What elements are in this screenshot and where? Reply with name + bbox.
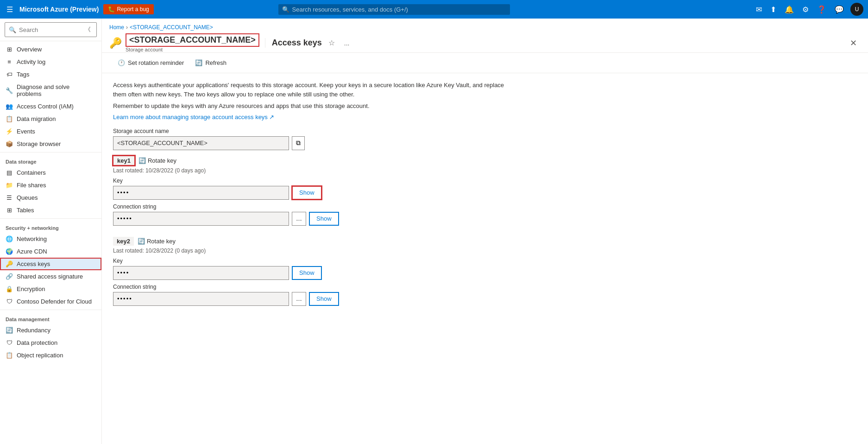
feedback-icon[interactable]: 💬 <box>833 4 846 15</box>
key1-key-label: Key <box>113 178 508 184</box>
topbar: ☰ Microsoft Azure (Preview) 🐛 Report a b… <box>0 0 868 19</box>
storage-account-name-wrap: ⧉ <box>113 136 508 150</box>
sidebar-search-container[interactable]: 🔍 《 <box>5 22 97 37</box>
key1-connection-label: Connection string <box>113 203 508 210</box>
key1-connection-ellipsis-button[interactable]: … <box>292 212 306 226</box>
sidebar-item-object-replication[interactable]: 📋 Object replication <box>0 349 101 362</box>
sidebar-item-shared-access[interactable]: 🔗 Shared access signature <box>0 270 101 283</box>
key2-key-input[interactable] <box>113 266 289 280</box>
sidebar-item-redundancy[interactable]: 🔄 Redundancy <box>0 324 101 336</box>
settings-icon[interactable]: ⚙ <box>800 4 811 15</box>
key2-key-label: Key <box>113 258 508 264</box>
report-bug-button[interactable]: 🐛 Report a bug <box>103 4 153 14</box>
key1-last-rotated: Last rotated: 10/28/2022 (0 days ago) <box>113 167 508 174</box>
sidebar-item-encryption[interactable]: 🔒 Encryption <box>0 283 101 295</box>
storage-browser-icon: 📦 <box>6 140 13 147</box>
sidebar-item-azure-cdn[interactable]: 🌍 Azure CDN <box>0 245 101 258</box>
search-icon: 🔍 <box>282 6 289 13</box>
key2-rotate-icon: 🔄 <box>138 238 145 245</box>
learn-more-link[interactable]: Learn more about managing storage accoun… <box>113 114 274 121</box>
page-title: Access keys <box>265 38 322 48</box>
refresh-button[interactable]: 🔄 Refresh <box>190 57 231 69</box>
key2-connection-input[interactable] <box>113 292 289 306</box>
global-search-bar[interactable]: 🔍 <box>278 4 510 15</box>
close-button[interactable]: ✕ <box>846 37 861 49</box>
breadcrumb-home[interactable]: Home <box>109 24 124 31</box>
sidebar-item-defender[interactable]: 🛡 Contoso Defender for Cloud <box>0 295 101 308</box>
cloud-upload-icon[interactable]: ⬆ <box>768 4 778 15</box>
hamburger-menu-icon[interactable]: ☰ <box>5 3 15 16</box>
page-content: 🕐 Set rotation reminder 🔄 Refresh Access… <box>102 53 868 444</box>
key2-key-row: Show <box>113 266 508 280</box>
resource-name: <STORAGE_ACCOUNT_NAME> <box>126 33 259 47</box>
breadcrumb-account[interactable]: <STORAGE_ACCOUNT_NAME> <box>130 24 213 31</box>
networking-icon: 🌐 <box>6 235 13 242</box>
content-area: Home › <STORAGE_ACCOUNT_NAME> 🔑 <STORAGE… <box>102 19 868 444</box>
object-replication-icon: 📋 <box>6 352 13 359</box>
sidebar-item-data-protection[interactable]: 🛡 Data protection <box>0 336 101 349</box>
data-storage-header: Data storage <box>0 154 101 166</box>
sidebar-item-networking[interactable]: 🌐 Networking <box>0 233 101 245</box>
copy-account-name-button[interactable]: ⧉ <box>292 136 305 150</box>
storage-account-name-input[interactable] <box>113 136 289 150</box>
storage-account-icon: 🔑 <box>109 37 122 49</box>
key1-badge: key1 <box>113 156 135 165</box>
sidebar-item-activity-log[interactable]: ≡ Activity log <box>0 56 101 68</box>
set-rotation-reminder-button[interactable]: 🕐 Set rotation reminder <box>113 57 189 69</box>
sidebar-item-storage-browser[interactable]: 📦 Storage browser <box>0 138 101 150</box>
key2-rotate-button[interactable]: 🔄 Rotate key <box>138 238 176 245</box>
key2-connection-ellipsis-button[interactable]: … <box>292 292 306 306</box>
help-icon[interactable]: ❓ <box>815 4 828 15</box>
data-management-header: Data management <box>0 312 101 324</box>
key2-header: key2 🔄 Rotate key <box>113 237 508 246</box>
user-avatar[interactable]: U <box>850 3 863 16</box>
sidebar-search-wrap: 🔍 《 <box>0 19 101 41</box>
sidebar-item-diagnose[interactable]: 🔧 Diagnose and solve problems <box>0 81 101 100</box>
topbar-icons: ✉ ⬆ 🔔 ⚙ ❓ 💬 U <box>754 3 863 16</box>
key1-connection-row: … Show <box>113 212 508 226</box>
top-header-section: Home › <STORAGE_ACCOUNT_NAME> 🔑 <STORAGE… <box>102 19 868 53</box>
resource-title-row: 🔑 <STORAGE_ACCOUNT_NAME> Storage account… <box>109 33 861 52</box>
sidebar-item-tables[interactable]: ⊞ Tables <box>0 204 101 216</box>
events-icon: ⚡ <box>6 128 13 135</box>
favorite-icon[interactable]: ☆ <box>326 38 338 48</box>
key2-show-button[interactable]: Show <box>292 266 322 280</box>
data-migration-icon: 📋 <box>6 115 13 122</box>
sidebar-item-file-shares[interactable]: 📁 File shares <box>0 179 101 191</box>
global-search-input[interactable] <box>292 6 506 13</box>
shared-access-icon: 🔗 <box>6 273 13 280</box>
sidebar-item-tags[interactable]: 🏷 Tags <box>0 68 101 81</box>
sidebar-item-access-control[interactable]: 👥 Access Control (IAM) <box>0 100 101 113</box>
brand-label: Microsoft Azure (Preview) <box>19 6 99 13</box>
key1-key-input[interactable] <box>113 186 289 200</box>
sidebar-item-access-keys[interactable]: 🔑 Access keys <box>0 258 101 270</box>
key1-rotate-button[interactable]: 🔄 Rotate key <box>138 157 176 164</box>
key1-connection-show-button[interactable]: Show <box>309 212 339 226</box>
key1-connection-input[interactable] <box>113 212 289 226</box>
key1-key-row: Show <box>113 186 508 200</box>
data-protection-icon: 🛡 <box>6 339 13 346</box>
sidebar-collapse-icon[interactable]: 《 <box>83 25 93 35</box>
key1-key-group: Key Show <box>113 178 508 200</box>
sidebar-item-overview[interactable]: ⊞ Overview <box>0 43 101 56</box>
more-options-icon[interactable]: ... <box>341 38 352 48</box>
key2-connection-label: Connection string <box>113 284 508 290</box>
key1-header: key1 🔄 Rotate key <box>113 156 508 165</box>
key1-show-button[interactable]: Show <box>292 186 322 200</box>
redundancy-icon: 🔄 <box>6 327 13 334</box>
activity-log-icon: ≡ <box>6 58 13 65</box>
sidebar-item-containers[interactable]: ▤ Containers <box>0 166 101 179</box>
key1-section: key1 🔄 Rotate key Last rotated: 10/28/20… <box>113 156 508 226</box>
sidebar-item-queues[interactable]: ☰ Queues <box>0 191 101 204</box>
form-section: Storage account name ⧉ key1 🔄 Rotate key <box>102 124 519 328</box>
key2-badge: key2 <box>113 237 134 246</box>
key2-connection-show-button[interactable]: Show <box>309 292 339 306</box>
sidebar-item-data-migration[interactable]: 📋 Data migration <box>0 113 101 125</box>
sidebar-search-input[interactable] <box>19 26 80 33</box>
bell-icon[interactable]: 🔔 <box>783 4 796 15</box>
info-line2: Remember to update the keys with any Azu… <box>113 101 508 111</box>
email-icon[interactable]: ✉ <box>754 4 764 15</box>
sidebar: 🔍 《 ⊞ Overview ≡ Activity log 🏷 Tags 🔧 D… <box>0 19 102 444</box>
sidebar-item-events[interactable]: ⚡ Events <box>0 125 101 138</box>
resource-name-section: <STORAGE_ACCOUNT_NAME> Storage account <box>126 33 259 52</box>
